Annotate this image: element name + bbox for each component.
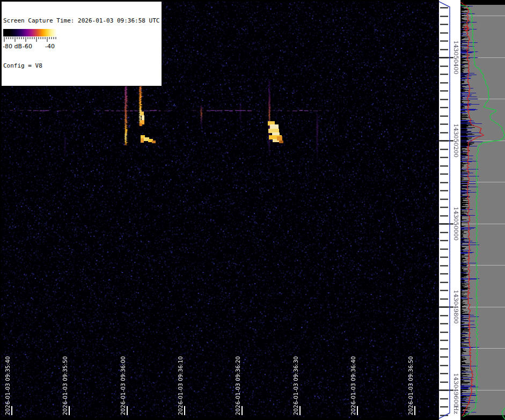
time-tick — [11, 406, 12, 415]
time-label: 2026-01-03 09:35:50 — [62, 356, 68, 415]
color-scale-ruler — [3, 37, 57, 43]
freq-label: 143049600 — [452, 373, 459, 407]
freq-label: 143050400 — [452, 41, 459, 75]
time-tick — [241, 406, 243, 415]
colorbar-label-min: -80 dB — [3, 43, 22, 50]
time-label: 2026-01-03 09:36:20 — [235, 356, 241, 415]
spectrogram-app-window: Screen Capture Time: 2026-01-03 09:36:58… — [0, 0, 505, 420]
time-label: 2026-01-03 09:36:50 — [408, 356, 414, 415]
freq-unit-label: Hz — [452, 406, 459, 414]
freq-label: 143050200 — [452, 124, 459, 158]
time-tick — [414, 406, 415, 415]
freq-label: 143049800 — [452, 290, 459, 324]
time-label: 2026-01-03 09:36:00 — [120, 356, 126, 415]
color-scale-legend: -80 dB -60 -40 — [2, 27, 59, 51]
time-label: 2026-01-03 09:36:30 — [293, 356, 299, 415]
colorbar-label-max: -40 — [45, 43, 55, 50]
color-gradient-bar — [3, 29, 57, 36]
config-line: Config = V8 — [3, 62, 159, 70]
colorbar-label-mid: -60 — [23, 43, 32, 50]
time-tick — [127, 406, 128, 415]
time-label: 2026-01-03 09:35:40 — [5, 356, 11, 415]
time-label: 2026-01-03 09:36:40 — [350, 356, 356, 415]
time-tick — [184, 406, 185, 415]
time-tick — [357, 406, 358, 415]
color-scale-labels: -80 dB -60 -40 — [2, 43, 59, 50]
spectrum-panel-canvas — [460, 0, 505, 420]
freq-label: 143050000 — [452, 207, 459, 241]
capture-time-line: Screen Capture Time: 2026-01-03 09:36:58… — [3, 17, 159, 25]
time-label: 2026-01-03 09:36:10 — [178, 356, 184, 415]
time-tick — [69, 406, 70, 415]
time-tick — [299, 406, 301, 415]
